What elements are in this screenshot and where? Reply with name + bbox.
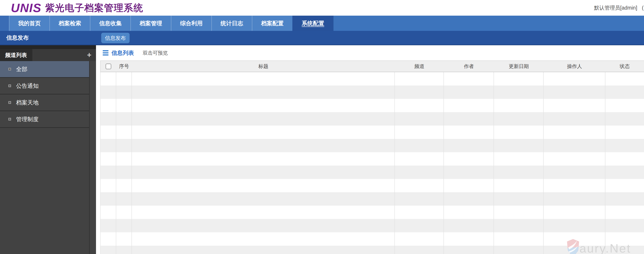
table-cell	[494, 85, 544, 99]
main-content: 信息列表 双击可预览 序号 标题 频道 作者 更新日期 操作人 状态	[96, 45, 644, 254]
add-channel-icon[interactable]: +	[87, 51, 92, 59]
col-header-operator[interactable]: 操作人	[544, 61, 606, 72]
table-cell	[116, 166, 132, 179]
table-row[interactable]	[100, 152, 644, 166]
table-row[interactable]	[100, 166, 644, 179]
table-cell	[544, 126, 606, 139]
table-row[interactable]	[100, 232, 644, 246]
table-cell	[116, 139, 132, 152]
table-cell	[494, 232, 544, 246]
table-cell	[395, 139, 444, 152]
table-row[interactable]	[100, 72, 644, 85]
tab-archive-search[interactable]: 档案检索	[50, 16, 90, 31]
table-cell	[444, 246, 494, 254]
table-cell	[606, 112, 644, 126]
table-cell	[100, 72, 116, 85]
table-cell	[606, 206, 644, 219]
table-cell	[544, 206, 606, 219]
table-cell	[444, 99, 494, 112]
table-row[interactable]	[100, 85, 644, 99]
table-cell	[444, 72, 494, 85]
table-cell	[544, 232, 606, 246]
table-row[interactable]	[100, 179, 644, 192]
table-cell	[544, 139, 606, 152]
tab-my-home[interactable]: 我的首页	[9, 16, 50, 31]
select-all-checkbox[interactable]	[106, 64, 111, 69]
nav-left-strip	[0, 16, 9, 31]
table-cell	[494, 139, 544, 152]
info-table: 序号 标题 频道 作者 更新日期 操作人 状态	[100, 60, 644, 254]
table-cell	[395, 99, 444, 112]
table-cell	[132, 232, 395, 246]
col-header-channel[interactable]: 频道	[395, 61, 444, 72]
table-cell	[132, 166, 395, 179]
table-cell	[544, 246, 606, 254]
tab-comprehensive-use[interactable]: 综合利用	[171, 16, 212, 31]
sidebar-item-label: 全部	[16, 65, 27, 73]
col-header-updated[interactable]: 更新日期	[494, 61, 544, 72]
sidebar-item-archive-world[interactable]: 档案天地	[0, 94, 89, 111]
tab-archive-config[interactable]: 档案配置	[252, 16, 292, 31]
tab-stats-log[interactable]: 统计日志	[212, 16, 252, 31]
table-row[interactable]	[100, 192, 644, 206]
table-cell	[116, 99, 132, 112]
sidebar-item-all[interactable]: 全部	[0, 61, 89, 78]
table-cell	[444, 219, 494, 232]
table-cell	[100, 246, 116, 254]
info-publish-button[interactable]: 信息发布	[101, 33, 130, 43]
table-cell	[132, 192, 395, 206]
table-row[interactable]	[100, 246, 644, 254]
sidebar-item-announcements[interactable]: 公告通知	[0, 78, 89, 94]
table-cell	[544, 72, 606, 85]
table-cell	[132, 72, 395, 85]
col-header-author[interactable]: 作者	[444, 61, 494, 72]
channel-list-title: 频道列表	[0, 49, 32, 61]
table-cell	[116, 152, 132, 166]
table-cell	[395, 126, 444, 139]
content-title: 信息列表	[112, 49, 134, 57]
table-cell	[544, 179, 606, 192]
table-cell	[494, 206, 544, 219]
table-cell	[444, 179, 494, 192]
table-cell	[100, 152, 116, 166]
logout-link-cut[interactable]: (	[642, 5, 644, 11]
col-header-title[interactable]: 标题	[132, 61, 395, 72]
table-cell	[100, 179, 116, 192]
table-cell	[132, 179, 395, 192]
table-row[interactable]	[100, 126, 644, 139]
tab-system-config[interactable]: 系统配置	[292, 16, 334, 31]
table-cell	[132, 126, 395, 139]
table-cell	[544, 85, 606, 99]
table-cell	[494, 219, 544, 232]
table-cell	[100, 112, 116, 126]
table-cell	[116, 246, 132, 254]
table-cell	[544, 166, 606, 179]
table-row[interactable]	[100, 139, 644, 152]
table-cell	[444, 232, 494, 246]
table-cell	[444, 139, 494, 152]
table-row[interactable]	[100, 219, 644, 232]
table-cell	[395, 179, 444, 192]
table-cell	[100, 126, 116, 139]
table-cell	[132, 206, 395, 219]
table-cell	[100, 219, 116, 232]
table-cell	[116, 192, 132, 206]
table-cell	[395, 72, 444, 85]
table-cell	[395, 246, 444, 254]
table-row[interactable]	[100, 112, 644, 126]
channel-bullet-icon	[8, 84, 11, 87]
col-header-index[interactable]: 序号	[116, 61, 132, 72]
table-cell	[444, 166, 494, 179]
sidebar-item-management-rules[interactable]: 管理制度	[0, 111, 89, 128]
table-cell	[606, 85, 644, 99]
table-cell	[444, 152, 494, 166]
table-row[interactable]	[100, 99, 644, 112]
tab-archive-manage[interactable]: 档案管理	[130, 16, 171, 31]
tab-info-collect[interactable]: 信息收集	[90, 16, 130, 31]
table-cell	[444, 112, 494, 126]
table-cell	[132, 152, 395, 166]
table-cell	[494, 126, 544, 139]
col-header-status[interactable]: 状态	[606, 61, 644, 72]
table-cell	[494, 152, 544, 166]
table-row[interactable]	[100, 206, 644, 219]
